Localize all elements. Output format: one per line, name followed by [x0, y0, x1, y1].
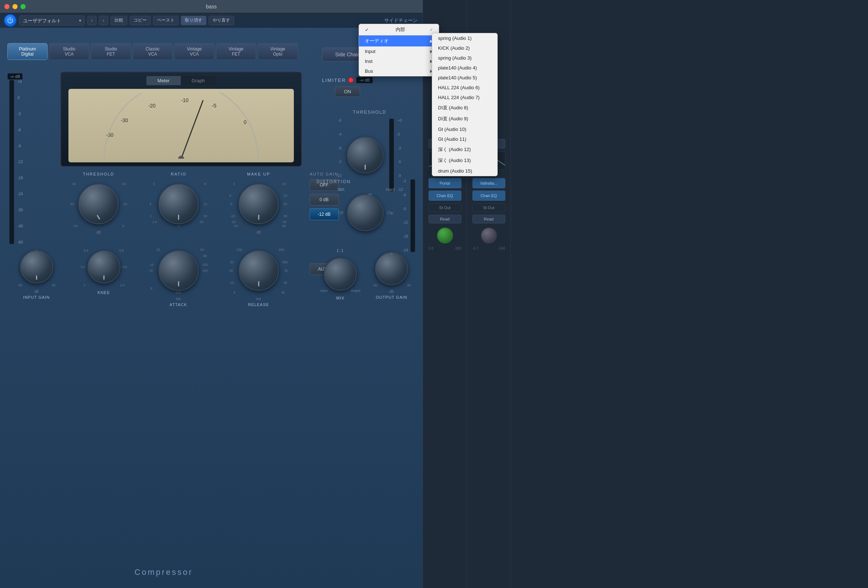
dropdown-internal-check: ✓ [430, 27, 433, 32]
distortion-label: DISTORTION [316, 179, 351, 184]
svg-line-6 [181, 100, 203, 159]
strip1-read-button[interactable]: Read [428, 215, 461, 223]
submenu-drum-15[interactable]: drum (Audio 15) [432, 166, 497, 176]
limiter-section: LIMITER -∞ dB ON [322, 77, 373, 97]
tab-platinum-digital[interactable]: Platinum Digital [7, 43, 47, 60]
makeup-main-knob[interactable] [239, 184, 279, 224]
strip2-fader-knob[interactable] [481, 227, 497, 243]
preset-dropdown[interactable]: ユーザデフォルト [19, 15, 85, 26]
window-controls [4, 4, 26, 9]
dropdown-item-internal[interactable]: 内部 ✓ [359, 24, 439, 35]
limiter-on-button[interactable]: ON [335, 86, 360, 97]
meter-tab-graph[interactable]: Graph [181, 76, 216, 85]
submenu-di-8[interactable]: DI直 (Audio 8) [432, 102, 497, 113]
makeup-knob-group: MAKE UP 5 10 0 15 -5 20 -10 30 -15 40 -2… [229, 172, 288, 234]
power-button[interactable]: ⏻ [4, 14, 17, 27]
meter-tabs: Meter Graph [146, 76, 216, 85]
threshold-knob-label: THRESHOLD [83, 172, 114, 176]
svg-text:-30: -30 [121, 117, 128, 123]
knee-knob-group: 0.4 0.6 0.2 0.8 0 1.0 KNEE [80, 245, 128, 295]
close-button[interactable] [4, 4, 9, 9]
submenu-gt-10[interactable]: Gt (Audio 10) [432, 124, 497, 134]
ratio-main-knob[interactable] [158, 184, 199, 224]
sidechain-label: サイドチェーン [384, 17, 418, 24]
mix-knob[interactable] [324, 258, 357, 291]
tab-vintage-fet[interactable]: Vintage FET [216, 43, 256, 60]
dropdown-item-inst[interactable]: Inst ▶ [359, 56, 439, 66]
strip1-plugin2-button[interactable]: Chan EQ [428, 190, 461, 201]
submenu-hall224-7[interactable]: HALL 224 (Audio 7) [432, 93, 497, 102]
dropdown-inst-label: Inst [365, 59, 372, 64]
strip2-plugin1-button[interactable]: Valhalla... [472, 178, 505, 188]
forward-button[interactable]: › [99, 16, 108, 25]
submenu-di-9[interactable]: DI直 (Audio 9) [432, 113, 497, 124]
limiter-db-display: -∞ dB [356, 77, 373, 83]
release-label: RELEASE [248, 302, 269, 307]
scale-minus9: -9 [18, 144, 23, 148]
submenu-spring-1[interactable]: spring (Audio 1) [432, 33, 497, 43]
scale-minus30: -30 [18, 208, 23, 212]
input-gain-knob[interactable] [20, 251, 53, 283]
strip2-db-low: -4.7 [472, 246, 479, 251]
copy-button[interactable]: コピー [130, 16, 151, 25]
strip2-read-button[interactable]: Read [472, 215, 505, 223]
strip2-plugin2-button[interactable]: Chan EQ [472, 190, 505, 201]
maximize-button[interactable] [21, 4, 26, 9]
tab-studio-vca[interactable]: Studio VCA [49, 43, 89, 60]
attack-knob[interactable] [158, 251, 199, 291]
minimize-button[interactable] [12, 4, 18, 9]
output-gain-knob[interactable] [375, 252, 408, 285]
mix-knob-group: 1:1 Input Output MIX [318, 249, 362, 300]
ratio-knob-group: RATIO 5 8 3 12 2 20 1.4 :1 30 [149, 172, 208, 230]
strip1-db-high: -380 [454, 246, 461, 251]
release-knob[interactable] [239, 251, 279, 291]
submenu-hall224-6[interactable]: HALL 224 (Audio 6) [432, 83, 497, 93]
tab-studio-fet[interactable]: Studio FET [91, 43, 131, 60]
scale-minus60: -60 [18, 240, 23, 244]
submenu-fuku-12[interactable]: 深く (Audio 12) [432, 144, 497, 155]
dropdown-item-audio[interactable]: オーディオ ▶ [359, 35, 439, 46]
threshold-main-knob[interactable] [78, 184, 118, 224]
submenu-fuku-13[interactable]: 深く (Audio 13) [432, 155, 497, 166]
attack-knob-group: 20 50 80 15 120 10 160 5 200 ms ATTACK [149, 245, 208, 307]
release-knob-group: 100 200 50 500 20 1k 10 2k 5 5k ms RELEA… [229, 245, 288, 307]
back-button[interactable]: ‹ [87, 16, 97, 25]
left-input-fader[interactable] [9, 80, 14, 244]
output-gain-label: OUTPUT GAIN [376, 295, 407, 299]
scale-minus6: -6 [18, 128, 23, 132]
attack-label: ATTACK [170, 302, 187, 307]
tab-vintage-opto[interactable]: Vintage Opto [258, 43, 298, 60]
submenu-plate140-4[interactable]: plate140 (Audio 4) [432, 63, 497, 73]
undo-button[interactable]: 取り消す [181, 16, 207, 25]
dropdown-item-bus[interactable]: Bus ▶ [359, 66, 439, 76]
submenu-plate140-5[interactable]: plate140 (Audio 5) [432, 73, 497, 83]
redo-button[interactable]: やり直す [208, 16, 234, 25]
scale-minus12: -12 [18, 160, 23, 164]
compare-button[interactable]: 比較 [111, 16, 127, 25]
threshold-right-label: THRESHOLD [320, 110, 419, 115]
dropdown-item-input[interactable]: Input ▶ [359, 46, 439, 56]
knee-knob[interactable] [87, 251, 120, 283]
svg-text:-20: -20 [148, 103, 155, 109]
tab-vintage-vca[interactable]: Vintage VCA [174, 43, 214, 60]
paste-button[interactable]: ペースト [153, 16, 179, 25]
strip1-plugin1-button[interactable]: Portal [428, 178, 461, 188]
mix-input-label: Input [320, 289, 328, 293]
meter-tab-meter[interactable]: Meter [146, 76, 180, 85]
submenu-gt-11[interactable]: Gt (Audio 11) [432, 134, 497, 144]
ratio-knob-label: RATIO [171, 172, 187, 176]
strip2-st-out: St Out [472, 203, 505, 212]
comp-tabs: Platinum Digital Studio VCA Studio FET C… [7, 43, 298, 60]
distortion-knob[interactable] [347, 195, 384, 231]
strip1-st-out: St Out [428, 203, 461, 212]
svg-text:-5: -5 [212, 103, 217, 109]
tab-classic-vca[interactable]: Classic VCA [133, 43, 173, 60]
submenu-spring-3[interactable]: spring (Audio 3) [432, 53, 497, 63]
strip1-fader-knob[interactable] [437, 227, 453, 243]
distortion-right-fader[interactable] [410, 179, 415, 252]
ratio-knob-scale-container: 5 8 3 12 2 20 1.4 :1 30 [149, 178, 208, 230]
vu-arc-svg: -50 -30 -20 -10 -5 0 [90, 93, 273, 159]
threshold-right-knob[interactable] [347, 137, 384, 173]
dropdown-bus-label: Bus [365, 68, 373, 74]
submenu-kick-2[interactable]: KICK (Audio 2) [432, 43, 497, 53]
